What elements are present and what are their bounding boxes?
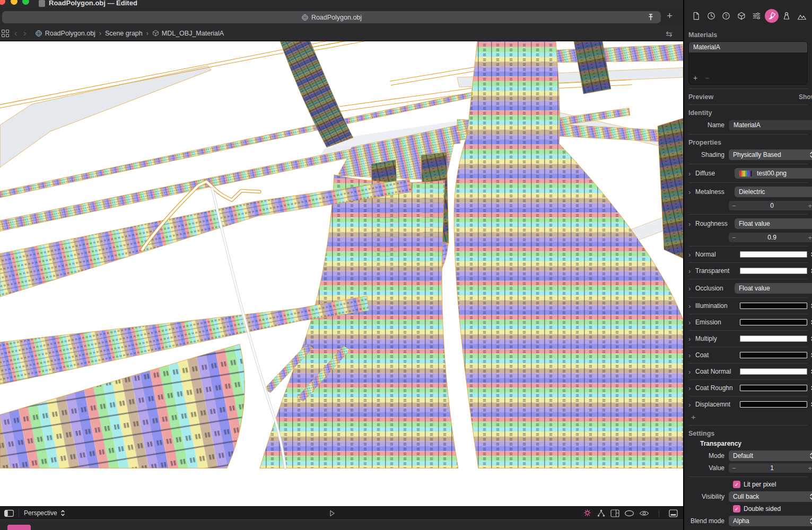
normal-label: Normal bbox=[695, 251, 735, 258]
disclosure-icon[interactable]: › bbox=[688, 401, 695, 408]
up-down-chevron-icon bbox=[809, 452, 812, 460]
pin-tab-icon[interactable] bbox=[647, 13, 654, 21]
double-sided-checkbox[interactable]: ✓ bbox=[733, 505, 740, 513]
add-property-button[interactable]: + bbox=[691, 412, 812, 421]
occlusion-label: Occlusion bbox=[695, 285, 735, 292]
disclosure-icon[interactable]: › bbox=[688, 268, 695, 275]
zoom-window-button[interactable] bbox=[22, 0, 29, 5]
sidebar-toggle-icon[interactable] bbox=[4, 510, 14, 517]
transparency-label: Transparency bbox=[700, 440, 812, 447]
diffuse-label: Diffuse bbox=[695, 170, 735, 177]
disclosure-icon[interactable]: › bbox=[688, 251, 695, 258]
disclosure-icon[interactable]: › bbox=[688, 319, 695, 326]
eye-icon[interactable] bbox=[639, 510, 649, 517]
coat-color-well[interactable] bbox=[740, 352, 807, 358]
blend-mode-label: Blend mode bbox=[688, 517, 729, 525]
emission-color-well[interactable] bbox=[740, 319, 807, 325]
blend-mode-select[interactable]: Alpha bbox=[729, 516, 812, 526]
inspector-tab-bar: ? bbox=[684, 0, 812, 27]
related-items-icon[interactable] bbox=[2, 30, 9, 37]
swap-editor-icon[interactable]: ⇆ bbox=[666, 29, 673, 39]
materials-list: MaterialA + − bbox=[688, 41, 808, 85]
disclosure-icon[interactable]: › bbox=[688, 368, 695, 375]
normal-color-well[interactable] bbox=[740, 251, 807, 258]
name-label: Name bbox=[688, 121, 729, 129]
disclosure-icon[interactable]: › bbox=[688, 285, 695, 292]
material-name-field[interactable]: MaterialA bbox=[729, 120, 812, 130]
emission-label: Emission bbox=[695, 319, 735, 326]
remove-material-button[interactable]: − bbox=[705, 74, 709, 82]
scene-viewport-3d[interactable] bbox=[0, 41, 683, 506]
breadcrumb-scene-graph[interactable]: Scene graph bbox=[105, 30, 143, 37]
metalness-value-stepper[interactable]: −0+ bbox=[729, 201, 812, 210]
double-sided-label: Double sided bbox=[744, 505, 781, 513]
coat-normal-color-well[interactable] bbox=[740, 368, 807, 375]
breadcrumb-file[interactable]: RoadPolygon.obj bbox=[45, 30, 95, 37]
tab-roadpolygon[interactable]: RoadPolygon.obj bbox=[2, 11, 661, 23]
debug-area-strip bbox=[0, 519, 683, 530]
lighting-icon[interactable] bbox=[583, 509, 592, 518]
scene-graph-icon[interactable] bbox=[597, 509, 606, 518]
visibility-label: Visibility bbox=[688, 493, 729, 500]
add-material-button[interactable]: + bbox=[693, 74, 697, 82]
orbit-icon[interactable] bbox=[624, 510, 634, 517]
transparency-value-stepper[interactable]: −1+ bbox=[729, 463, 812, 473]
multiply-color-well[interactable] bbox=[740, 335, 807, 342]
roughness-value-stepper[interactable]: −0.9+ bbox=[729, 233, 812, 242]
tab-scene-inspector[interactable] bbox=[795, 9, 809, 23]
document-proxy-icon[interactable] bbox=[39, 0, 45, 7]
tab-node-inspector[interactable] bbox=[735, 9, 748, 23]
jump-bar: ‹ › RoadPolygon.obj › Scene graph › MDL_… bbox=[0, 25, 683, 41]
disclosure-icon[interactable]: › bbox=[688, 352, 695, 359]
metalness-mode-select[interactable]: Dielectric bbox=[735, 187, 812, 197]
metalness-label: Metalness bbox=[695, 188, 735, 196]
tab-quick-help-inspector[interactable]: ? bbox=[719, 9, 733, 23]
camera-mode-label: Perspective bbox=[24, 509, 57, 517]
preview-show-button[interactable]: Show bbox=[799, 93, 812, 101]
tab-attributes-inspector[interactable] bbox=[749, 9, 763, 23]
displacement-color-well[interactable] bbox=[740, 401, 807, 408]
minimize-window-button[interactable] bbox=[11, 0, 18, 5]
tab-physics-inspector[interactable] bbox=[780, 9, 793, 23]
transparent-color-well[interactable] bbox=[740, 268, 807, 274]
coat-label: Coat bbox=[695, 351, 735, 359]
up-down-chevron-icon bbox=[809, 151, 812, 158]
illumination-label: Illumination bbox=[695, 302, 735, 310]
shading-select[interactable]: Physically Based bbox=[729, 149, 812, 160]
panels-icon[interactable] bbox=[610, 509, 619, 517]
tab-file-inspector[interactable] bbox=[689, 9, 703, 23]
coat-roughness-color-well[interactable] bbox=[740, 385, 807, 391]
breadcrumb-material[interactable]: MDL_OBJ_MaterialA bbox=[162, 30, 224, 37]
illumination-color-well[interactable] bbox=[740, 303, 807, 309]
close-window-button[interactable] bbox=[0, 0, 5, 5]
forward-button[interactable]: › bbox=[23, 29, 26, 38]
back-button[interactable]: ‹ bbox=[14, 29, 17, 38]
divider bbox=[659, 510, 659, 517]
shading-label: Shading bbox=[688, 151, 729, 158]
new-tab-button[interactable]: + bbox=[667, 10, 673, 22]
bottom-panel-icon[interactable] bbox=[669, 509, 678, 517]
value-label: Value bbox=[688, 464, 729, 472]
disclosure-icon[interactable]: › bbox=[688, 220, 695, 227]
tab-material-inspector[interactable] bbox=[765, 9, 779, 23]
camera-mode-select[interactable]: Perspective bbox=[24, 509, 65, 517]
visibility-select[interactable]: Cull back bbox=[729, 491, 812, 502]
disclosure-icon[interactable]: › bbox=[688, 385, 695, 392]
diffuse-map-select[interactable]: test00.png bbox=[735, 168, 812, 179]
debug-pink-badge bbox=[7, 525, 31, 530]
material-cube-icon bbox=[152, 30, 159, 37]
disclosure-icon[interactable]: › bbox=[688, 303, 695, 310]
scene-sphere-icon bbox=[35, 30, 42, 37]
transparency-mode-select[interactable]: Default bbox=[729, 450, 812, 461]
properties-header: Properties bbox=[688, 139, 812, 146]
disclosure-icon[interactable]: › bbox=[688, 335, 695, 342]
occlusion-mode-select[interactable]: Float value bbox=[735, 283, 812, 294]
disclosure-icon[interactable]: › bbox=[688, 170, 695, 177]
lit-per-pixel-checkbox[interactable]: ✓ bbox=[733, 481, 740, 488]
play-button[interactable] bbox=[328, 509, 336, 518]
roughness-mode-select[interactable]: Float value bbox=[735, 218, 812, 229]
roughness-label: Roughness bbox=[695, 220, 735, 227]
material-list-item[interactable]: MaterialA bbox=[689, 42, 807, 52]
tab-history-inspector[interactable] bbox=[704, 9, 718, 23]
disclosure-icon[interactable]: › bbox=[688, 189, 695, 196]
